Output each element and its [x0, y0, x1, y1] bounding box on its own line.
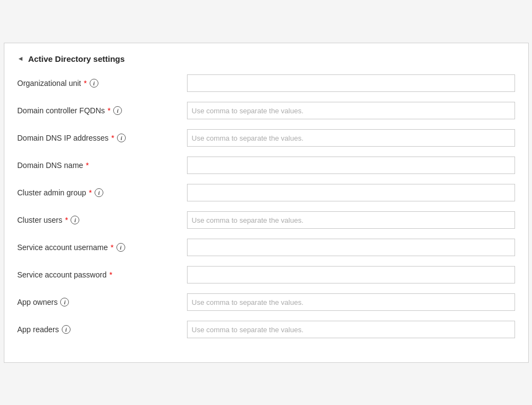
info-icon-domain-dns-ip-addresses[interactable]: i [117, 134, 126, 142]
active-directory-settings-card: ◄ Active Directory settings Organization… [4, 43, 529, 363]
input-domain-dns-ip-addresses[interactable] [187, 129, 515, 147]
info-icon-organizational-unit[interactable]: i [90, 79, 98, 88]
required-star-service-account-password: * [109, 270, 112, 279]
input-col-organizational-unit [187, 74, 515, 92]
input-col-service-account-password [187, 266, 515, 284]
required-star-domain-controller-fqdns: * [108, 106, 110, 115]
label-col-domain-controller-fqdns: Domain controller FQDNs *i [17, 106, 187, 115]
info-icon-app-owners[interactable]: i [60, 298, 69, 306]
label-text-service-account-username: Service account username [17, 243, 108, 252]
label-text-cluster-users: Cluster users [17, 216, 62, 224]
label-col-app-owners: App ownersi [17, 298, 187, 306]
form-row-domain-controller-fqdns: Domain controller FQDNs *i [17, 101, 515, 120]
label-text-organizational-unit: Organizational unit [17, 79, 81, 88]
input-app-owners[interactable] [187, 293, 515, 311]
form-row-domain-dns-name: Domain DNS name * [17, 155, 515, 175]
input-app-readers[interactable] [187, 321, 515, 338]
label-col-service-account-password: Service account password * [17, 270, 187, 279]
info-icon-domain-controller-fqdns[interactable]: i [113, 106, 122, 115]
info-icon-cluster-users[interactable]: i [71, 216, 79, 224]
required-star-organizational-unit: * [84, 79, 86, 88]
label-col-domain-dns-ip-addresses: Domain DNS IP addresses *i [17, 134, 187, 142]
label-col-app-readers: App readersi [17, 325, 187, 334]
input-service-account-password[interactable] [187, 266, 515, 284]
required-star-cluster-admin-group: * [89, 188, 92, 197]
form-row-app-readers: App readersi [17, 320, 515, 339]
form-row-organizational-unit: Organizational unit *i [17, 73, 515, 93]
label-col-service-account-username: Service account username *i [17, 243, 187, 252]
input-domain-controller-fqdns[interactable] [187, 102, 515, 119]
input-col-app-owners [187, 293, 515, 311]
info-icon-service-account-username[interactable]: i [116, 243, 125, 252]
input-service-account-username[interactable] [187, 239, 515, 256]
label-col-cluster-admin-group: Cluster admin group *i [17, 188, 187, 197]
input-col-cluster-users [187, 211, 515, 229]
info-icon-app-readers[interactable]: i [62, 325, 71, 334]
form-row-service-account-password: Service account password * [17, 265, 515, 285]
input-col-service-account-username [187, 239, 515, 256]
input-domain-dns-name[interactable] [187, 157, 515, 174]
info-icon-cluster-admin-group[interactable]: i [95, 188, 103, 197]
label-col-domain-dns-name: Domain DNS name * [17, 161, 187, 170]
required-star-cluster-users: * [65, 216, 68, 224]
form-row-service-account-username: Service account username *i [17, 238, 515, 257]
label-col-cluster-users: Cluster users *i [17, 216, 187, 224]
input-organizational-unit[interactable] [187, 74, 515, 92]
form-row-cluster-admin-group: Cluster admin group *i [17, 183, 515, 202]
input-col-domain-dns-name [187, 157, 515, 174]
label-text-domain-controller-fqdns: Domain controller FQDNs [17, 106, 105, 115]
form-row-cluster-users: Cluster users *i [17, 210, 515, 230]
form-row-domain-dns-ip-addresses: Domain DNS IP addresses *i [17, 128, 515, 148]
label-text-app-readers: App readers [17, 325, 59, 334]
section-header: ◄ Active Directory settings [17, 54, 515, 63]
label-text-service-account-password: Service account password [17, 270, 107, 279]
input-col-cluster-admin-group [187, 184, 515, 201]
input-col-app-readers [187, 321, 515, 338]
form-container: Organizational unit *iDomain controller … [17, 73, 515, 339]
label-text-app-owners: App owners [17, 298, 58, 306]
label-text-cluster-admin-group: Cluster admin group [17, 188, 86, 197]
label-text-domain-dns-ip-addresses: Domain DNS IP addresses [17, 134, 109, 142]
required-star-domain-dns-name: * [86, 161, 89, 170]
required-star-domain-dns-ip-addresses: * [112, 134, 114, 142]
input-cluster-users[interactable] [187, 211, 515, 229]
input-cluster-admin-group[interactable] [187, 184, 515, 201]
form-row-app-owners: App ownersi [17, 292, 515, 312]
collapse-arrow-icon[interactable]: ◄ [17, 55, 24, 62]
input-col-domain-controller-fqdns [187, 102, 515, 119]
section-title: Active Directory settings [28, 54, 125, 63]
label-text-domain-dns-name: Domain DNS name [17, 161, 84, 170]
label-col-organizational-unit: Organizational unit *i [17, 79, 187, 88]
input-col-domain-dns-ip-addresses [187, 129, 515, 147]
required-star-service-account-username: * [110, 243, 113, 252]
